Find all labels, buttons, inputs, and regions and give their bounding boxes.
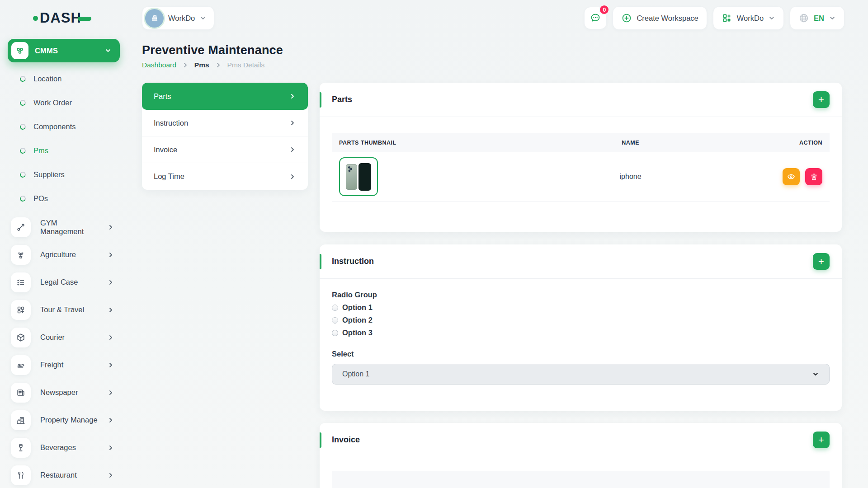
chevron-down-icon (812, 371, 819, 378)
plant-icon (11, 245, 31, 265)
col-name: Name (531, 133, 730, 152)
chevron-right-icon (107, 224, 114, 231)
checklist-icon (11, 272, 31, 292)
card-accent-bar (320, 254, 321, 269)
tab-invoice[interactable]: Invoice (142, 136, 308, 163)
parts-table: Parts Thumbnail Name Action (332, 133, 830, 202)
logo-text: DASH (40, 10, 81, 26)
chevron-right-icon (289, 119, 296, 127)
part-thumbnail-iphone[interactable] (339, 157, 378, 196)
radio-icon[interactable] (332, 330, 338, 336)
sidebar-item-beverages[interactable]: Beverages (8, 434, 120, 461)
sidebar-item-agriculture[interactable]: Agriculture (8, 241, 120, 268)
create-workspace-button[interactable]: Create Workspace (613, 6, 707, 30)
messages-button[interactable]: 0 (584, 7, 607, 29)
chat-bubble-icon (590, 12, 601, 24)
sidebar-item-pos[interactable]: POs (8, 187, 120, 211)
topbar: WorkDo 0 Create Workspace (127, 0, 868, 36)
option-select[interactable]: Option 1 (332, 364, 830, 385)
sidebar-item-courier[interactable]: Courier (8, 324, 120, 351)
add-instruction-button[interactable]: + (813, 253, 830, 270)
sidebar-item-location[interactable]: Location (8, 67, 120, 91)
iphone-front-image (359, 163, 371, 191)
parts-card: Parts + Parts Thumbnail Name Action (320, 83, 842, 232)
workdo-menu-button[interactable]: WorkDo (713, 6, 784, 30)
select-value: Option 1 (342, 370, 369, 378)
breadcrumb-pms[interactable]: Pms (194, 61, 209, 69)
circle-bullet-icon (19, 147, 27, 155)
modules-nav: GYM Management Agriculture Legal Ca (8, 213, 120, 488)
radio-option-3[interactable]: Option 3 (332, 328, 830, 337)
circle-bullet-icon (19, 75, 27, 83)
sidebar-item-property-manage[interactable]: Property Manage (8, 406, 120, 434)
invoice-table-header-partial (332, 471, 830, 488)
table-row: iphone (332, 152, 830, 202)
sidebar-item-restaurant[interactable]: Restaurant (8, 461, 120, 488)
topbar-actions: 0 Create Workspace WorkDo (584, 6, 844, 30)
sidebar-item-legal-case[interactable]: Legal Case (8, 268, 120, 296)
dumbbell-icon (11, 217, 31, 237)
select-label: Select (332, 350, 830, 358)
module-selector-cmms[interactable]: CMMS (8, 39, 120, 62)
chevron-right-icon (289, 93, 296, 100)
sidebar-item-pms[interactable]: Pms (8, 139, 120, 163)
radio-option-1[interactable]: Option 1 (332, 303, 830, 312)
chevron-right-icon (107, 472, 114, 479)
sidebar-item-freight[interactable]: Freight (8, 351, 120, 379)
sidebar-item-newspaper[interactable]: Newspaper (8, 379, 120, 406)
tab-log-time[interactable]: Log Time (142, 163, 308, 190)
workspace-name: WorkDo (168, 14, 195, 23)
col-action: Action (730, 133, 830, 152)
sidebar-item-tour-travel[interactable]: Tour & Travel (8, 296, 120, 324)
invoice-card-title: Invoice (332, 435, 360, 445)
chevron-down-icon (199, 14, 207, 22)
breadcrumb: Dashboard Pms Pms Details (142, 61, 842, 69)
parts-card-title: Parts (332, 95, 352, 104)
card-accent-bar (320, 92, 321, 108)
chevron-right-icon (289, 146, 296, 153)
messages-badge: 0 (599, 5, 609, 15)
page-title: Preventive Maintenance (142, 43, 842, 57)
delete-part-button[interactable] (805, 168, 822, 185)
radio-icon[interactable] (332, 305, 338, 311)
chevron-down-icon (104, 47, 112, 54)
sidebar-item-suppliers[interactable]: Suppliers (8, 163, 120, 187)
detail-tabs-card: Parts Instruction Invoice Log Time (142, 83, 308, 190)
tab-parts[interactable]: Parts (142, 83, 308, 110)
logo-dash-bar (78, 17, 91, 21)
language-selector[interactable]: EN (790, 6, 844, 30)
building-icon (11, 410, 31, 430)
sidebar-item-work-order[interactable]: Work Order (8, 91, 120, 115)
trash-icon (810, 173, 818, 181)
part-name: iphone (531, 152, 730, 202)
chevron-right-icon (215, 61, 222, 69)
grid-plus-icon (722, 13, 732, 23)
add-part-button[interactable]: + (813, 91, 830, 108)
sidebar-item-components[interactable]: Components (8, 115, 120, 139)
module-selector-label: CMMS (35, 47, 98, 55)
plane-icon (11, 355, 31, 375)
invoice-card: Invoice + (320, 423, 842, 488)
breadcrumb-dashboard[interactable]: Dashboard (142, 61, 176, 69)
circled-plus-icon (621, 13, 632, 23)
radio-icon[interactable] (332, 317, 338, 324)
radio-option-2[interactable]: Option 2 (332, 316, 830, 324)
molecule-icon (11, 42, 28, 59)
instruction-card: Instruction + Radio Group Option 1 Optio… (320, 244, 842, 411)
sidebar: DASH CMMS Location Work Order Components… (0, 0, 127, 488)
view-part-button[interactable] (783, 168, 800, 185)
wine-glass-icon (11, 438, 31, 458)
workspace-selector[interactable]: WorkDo (142, 6, 214, 30)
tab-instruction[interactable]: Instruction (142, 110, 308, 136)
chevron-right-icon (182, 61, 189, 69)
dash-logo[interactable]: DASH (33, 10, 120, 26)
chevron-right-icon (107, 417, 114, 424)
add-invoice-button[interactable]: + (813, 432, 830, 448)
chevron-right-icon (107, 251, 114, 258)
sidebar-item-gym-management[interactable]: GYM Management (8, 213, 120, 241)
globe-icon (798, 13, 809, 23)
instruction-card-title: Instruction (332, 257, 374, 266)
radio-group-label: Radio Group (332, 291, 830, 299)
package-icon (11, 328, 31, 347)
grid-plus-icon (11, 300, 31, 320)
